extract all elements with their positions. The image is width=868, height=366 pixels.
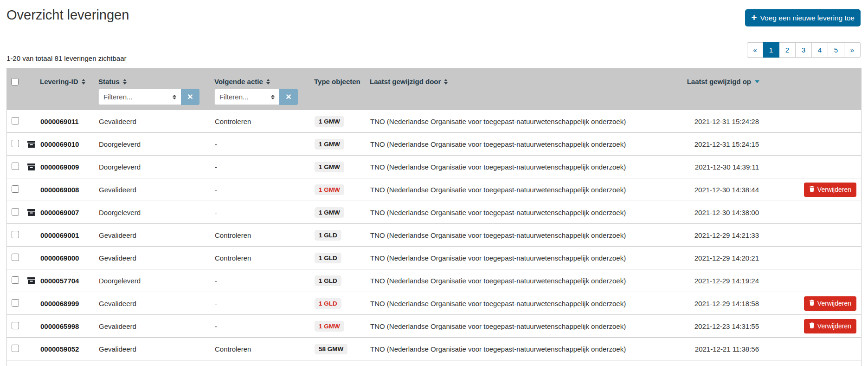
select-all-checkbox[interactable] xyxy=(11,78,19,85)
status-value: Gevalideerd xyxy=(99,300,136,307)
laatst-gewijzigd-op-value: 2021-12-29 14:20:21 xyxy=(694,254,759,262)
row-checkbox[interactable] xyxy=(12,254,19,261)
pagination-page-1[interactable]: 1 xyxy=(763,42,779,58)
leveringen-table: Levering-ID Status Volgende actie Type o… xyxy=(6,68,862,366)
archive-icon xyxy=(27,163,35,171)
type-objecten-badge: 1 GMW xyxy=(315,139,344,150)
laatst-gewijzigd-op-value: 2021-12-31 15:24:15 xyxy=(694,140,759,148)
row-checkbox[interactable] xyxy=(12,163,19,170)
type-objecten-badge: 1 GMW xyxy=(315,162,344,172)
column-header-laatst-gewijzigd-op[interactable]: Laatst gewijzigd op xyxy=(668,78,782,85)
sort-icon xyxy=(123,79,127,85)
row-checkbox[interactable] xyxy=(12,345,19,352)
row-checkbox[interactable] xyxy=(12,185,19,193)
table-row: 0000069007Doorgeleverd-1 GMWTNO (Nederla… xyxy=(7,201,861,224)
levering-id: 0000069010 xyxy=(40,140,79,148)
volgende-actie-value: - xyxy=(215,209,217,216)
levering-id: 0000069008 xyxy=(40,186,79,194)
levering-id: 0000069007 xyxy=(40,209,79,216)
levering-id: 0000069011 xyxy=(40,118,79,125)
type-objecten-badge: 1 GMW xyxy=(315,184,344,195)
laatst-gewijzigd-door-value: TNO (Nederlandse Organisatie voor toegep… xyxy=(370,118,626,125)
add-levering-button[interactable]: + Voeg een nieuwe levering toe xyxy=(745,9,861,26)
volgende-actie-value: Controleren xyxy=(215,254,251,262)
table-row: 0000068999Gevalideerd-1 GLDTNO (Nederlan… xyxy=(7,292,861,315)
status-value: Gevalideerd xyxy=(99,231,136,239)
row-checkbox[interactable] xyxy=(12,231,19,238)
column-header-laatst-gewijzigd-door[interactable]: Laatst gewijzigd door xyxy=(366,78,668,85)
status-filter-clear-button[interactable]: ✕ xyxy=(181,89,199,105)
laatst-gewijzigd-door-value: TNO (Nederlandse Organisatie voor toegep… xyxy=(370,163,626,171)
laatst-gewijzigd-door-value: TNO (Nederlandse Organisatie voor toegep… xyxy=(370,345,626,353)
table-header: Levering-ID Status Volgende actie Type o… xyxy=(6,68,862,110)
trash-icon xyxy=(809,186,815,193)
pagination-page-4[interactable]: 4 xyxy=(812,42,828,58)
volgende-actie-filter-clear-button[interactable]: ✕ xyxy=(279,89,298,105)
volgende-actie-filter-select[interactable]: Filteren... xyxy=(214,89,279,105)
volgende-actie-value: Controleren xyxy=(215,345,251,353)
laatst-gewijzigd-door-value: TNO (Nederlandse Organisatie voor toegep… xyxy=(370,322,626,330)
row-checkbox[interactable] xyxy=(12,276,19,284)
table-row: 0000059052GevalideerdControleren58 GMWTN… xyxy=(7,338,861,360)
table-row: 0000057704Doorgeleverd-1 GLDTNO (Nederla… xyxy=(7,269,861,292)
pagination-page-3[interactable]: 3 xyxy=(796,42,812,58)
status-value: Gevalideerd xyxy=(99,186,136,194)
trash-icon xyxy=(809,300,815,307)
row-checkbox[interactable] xyxy=(12,322,19,329)
type-objecten-badge: 1 GLD xyxy=(315,298,341,309)
column-header-volgende-actie[interactable]: Volgende actie xyxy=(211,78,310,85)
laatst-gewijzigd-door-value: TNO (Nederlandse Organisatie voor toegep… xyxy=(370,231,626,239)
row-checkbox[interactable] xyxy=(12,208,19,216)
status-value: Gevalideerd xyxy=(99,322,136,330)
verwijderen-button[interactable]: Verwijderen xyxy=(804,296,856,311)
type-objecten-badge: 1 GLD xyxy=(315,275,341,286)
type-objecten-badge: 1 GMW xyxy=(315,207,344,218)
type-objecten-badge: 1 GMW xyxy=(315,116,344,127)
laatst-gewijzigd-door-value: TNO (Nederlandse Organisatie voor toegep… xyxy=(370,140,626,148)
column-header-levering-id[interactable]: Levering-ID xyxy=(40,78,95,85)
levering-id: 0000068999 xyxy=(40,300,79,307)
status-filter: Filteren... ✕ xyxy=(98,89,207,105)
table-body: 0000069011GevalideerdControleren1 GMWTNO… xyxy=(7,110,861,366)
verwijderen-button[interactable]: Verwijderen xyxy=(804,319,856,333)
verwijderen-button-label: Verwijderen xyxy=(817,322,851,330)
verwijderen-button[interactable]: Verwijderen xyxy=(804,183,856,197)
table-row: 0000069009Doorgeleverd-1 GMWTNO (Nederla… xyxy=(7,156,861,178)
pagination-page-2[interactable]: 2 xyxy=(779,42,796,58)
type-objecten-badge: 1 GLD xyxy=(315,253,341,263)
overzicht-leveringen-page: Overzicht leveringen + Voeg een nieuwe l… xyxy=(0,0,868,366)
verwijderen-button-label: Verwijderen xyxy=(817,300,851,307)
volgende-actie-filter: Filteren... ✕ xyxy=(214,89,307,105)
volgende-actie-value: - xyxy=(215,186,217,194)
pagination-next[interactable]: » xyxy=(844,42,861,58)
pagination-page-5[interactable]: 5 xyxy=(828,42,844,58)
status-value: Doorgeleverd xyxy=(99,209,141,216)
volgende-actie-value: - xyxy=(215,163,217,171)
row-checkbox[interactable] xyxy=(12,299,19,307)
status-value: Doorgeleverd xyxy=(99,140,141,148)
table-row: 0000065998Gevalideerd-1 GMWTNO (Nederlan… xyxy=(7,315,861,338)
laatst-gewijzigd-op-value: 2021-12-30 14:38:00 xyxy=(694,209,759,216)
levering-id: 0000069009 xyxy=(40,163,79,171)
table-row: 0000069008Gevalideerd-1 GMWTNO (Nederlan… xyxy=(7,178,861,201)
pagination-prev[interactable]: « xyxy=(747,42,763,58)
laatst-gewijzigd-door-value: TNO (Nederlandse Organisatie voor toegep… xyxy=(370,300,626,307)
results-count: 1-20 van totaal 81 leveringen zichtbaar xyxy=(6,54,127,62)
volgende-actie-value: Controleren xyxy=(215,231,251,239)
select-caret-icon xyxy=(173,95,176,99)
status-value: Doorgeleverd xyxy=(99,163,141,171)
laatst-gewijzigd-op-value: 2021-12-29 14:19:24 xyxy=(694,277,759,285)
row-checkbox[interactable] xyxy=(12,117,19,124)
sort-icon xyxy=(266,79,270,85)
laatst-gewijzigd-door-value: TNO (Nederlandse Organisatie voor toegep… xyxy=(370,277,626,285)
table-row-partial xyxy=(7,360,861,366)
status-filter-select[interactable]: Filteren... xyxy=(98,89,181,105)
type-objecten-badge: 1 GMW xyxy=(315,321,344,332)
status-value: Doorgeleverd xyxy=(99,277,141,285)
type-objecten-badge: 1 GLD xyxy=(315,230,341,241)
row-checkbox[interactable] xyxy=(12,140,19,147)
column-header-status[interactable]: Status xyxy=(95,78,211,85)
trash-icon xyxy=(809,322,815,330)
laatst-gewijzigd-door-value: TNO (Nederlandse Organisatie voor toegep… xyxy=(370,186,626,194)
sort-desc-icon xyxy=(755,80,759,83)
